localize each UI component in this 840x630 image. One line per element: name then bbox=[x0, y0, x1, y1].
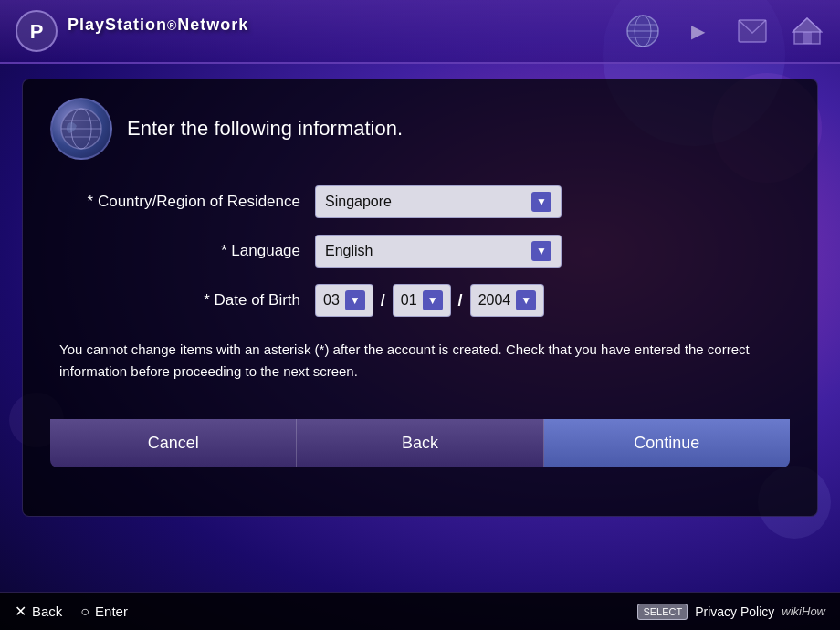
date-row: 03 ▼ / 01 ▼ / 2004 ▼ bbox=[315, 284, 544, 317]
select-badge: SELECT bbox=[637, 604, 688, 620]
country-value: Singapore bbox=[325, 194, 392, 210]
dob-year-value: 2004 bbox=[478, 292, 511, 309]
globe-icon[interactable] bbox=[625, 13, 661, 49]
info-header: Enter the following information. bbox=[50, 98, 790, 160]
footer-controls: ✕ Back ○ Enter bbox=[15, 603, 128, 620]
date-separator-1: / bbox=[381, 291, 385, 310]
header-logo: P PlayStation®Network bbox=[15, 9, 248, 53]
dob-day-value: 01 bbox=[401, 292, 417, 309]
dob-month-value: 03 bbox=[323, 292, 340, 309]
footer-back-control[interactable]: ✕ Back bbox=[15, 603, 62, 620]
header-icons: ▶ bbox=[625, 13, 825, 49]
country-label: * Country/Region of Residence bbox=[59, 193, 315, 211]
year-dropdown-arrow-icon: ▼ bbox=[516, 290, 536, 310]
globe-icon-large bbox=[50, 98, 112, 160]
home-icon[interactable] bbox=[789, 13, 825, 49]
footer-enter-label: Enter bbox=[95, 604, 128, 619]
playstation-logo-icon: P bbox=[15, 9, 58, 53]
dob-month-dropdown[interactable]: 03 ▼ bbox=[315, 284, 373, 317]
instruction-text: Enter the following information. bbox=[127, 117, 403, 141]
day-dropdown-arrow-icon: ▼ bbox=[423, 290, 443, 310]
footer-right: SELECT Privacy Policy wikiHow bbox=[637, 604, 825, 620]
language-dropdown-arrow-icon: ▼ bbox=[531, 241, 551, 261]
x-icon: ✕ bbox=[15, 603, 26, 620]
circle-icon: ○ bbox=[80, 604, 89, 620]
main-content: Enter the following information. * Count… bbox=[22, 79, 818, 517]
wikihow-badge: wikiHow bbox=[782, 604, 825, 618]
warning-text: You cannot change items with an asterisk… bbox=[50, 339, 790, 383]
svg-marker-10 bbox=[793, 18, 822, 32]
forward-arrow-icon[interactable]: ▶ bbox=[679, 13, 716, 49]
dob-row: * Date of Birth 03 ▼ / 01 ▼ / 2004 ▼ bbox=[59, 284, 781, 317]
country-row: * Country/Region of Residence Singapore … bbox=[59, 185, 781, 218]
action-buttons: Cancel Back Continue bbox=[50, 419, 790, 467]
back-button[interactable]: Back bbox=[296, 419, 543, 467]
dob-day-dropdown[interactable]: 01 ▼ bbox=[393, 284, 451, 317]
footer-enter-control[interactable]: ○ Enter bbox=[80, 604, 128, 620]
footer-bar: ✕ Back ○ Enter SELECT Privacy Policy wik… bbox=[0, 592, 840, 630]
language-value: English bbox=[325, 243, 373, 259]
dob-label: * Date of Birth bbox=[59, 291, 315, 310]
language-dropdown[interactable]: English ▼ bbox=[315, 235, 562, 268]
svg-rect-9 bbox=[803, 32, 812, 44]
mail-icon[interactable] bbox=[734, 13, 771, 49]
form-section: * Country/Region of Residence Singapore … bbox=[50, 185, 790, 317]
svg-text:P: P bbox=[30, 20, 44, 43]
cancel-button[interactable]: Cancel bbox=[50, 419, 296, 467]
language-label: * Language bbox=[59, 242, 315, 260]
date-separator-2: / bbox=[458, 291, 463, 310]
month-dropdown-arrow-icon: ▼ bbox=[345, 290, 365, 310]
dob-year-dropdown[interactable]: 2004 ▼ bbox=[470, 284, 545, 317]
continue-button[interactable]: Continue bbox=[544, 419, 790, 467]
header: P PlayStation®Network ▶ bbox=[0, 0, 840, 64]
language-row: * Language English ▼ bbox=[59, 235, 781, 268]
app-title: PlayStation®Network bbox=[68, 16, 248, 46]
country-dropdown-arrow-icon: ▼ bbox=[531, 192, 551, 212]
footer-back-label: Back bbox=[32, 604, 62, 619]
country-dropdown[interactable]: Singapore ▼ bbox=[315, 185, 562, 218]
privacy-policy-link[interactable]: Privacy Policy bbox=[695, 604, 774, 619]
